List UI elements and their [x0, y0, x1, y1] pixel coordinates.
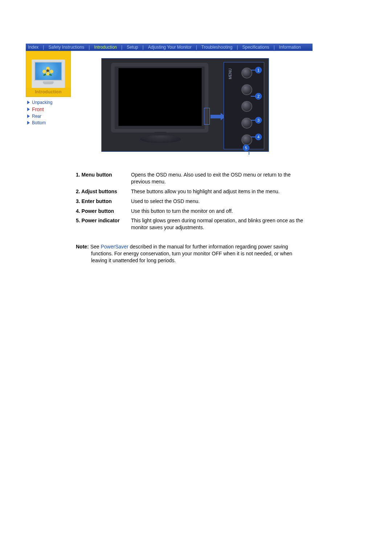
nav-setup[interactable]: Setup — [124, 45, 140, 50]
nav-separator: | — [194, 45, 199, 50]
callout-2: 2 — [255, 93, 262, 100]
sidebar-item-front[interactable]: Front — [27, 106, 72, 113]
sidebar-item-unpacking[interactable]: Unpacking — [27, 99, 72, 106]
adjust-down-button-graphic — [241, 101, 252, 112]
callout-5: 5 — [243, 145, 249, 151]
note-post1: described in the manual for further info… — [128, 244, 288, 250]
menu-button-graphic — [241, 68, 252, 78]
callout-4: 4 — [255, 134, 262, 140]
note-label: Note: — [76, 244, 89, 250]
definition-desc: Use this button to turn the monitor on a… — [131, 208, 308, 215]
flower-icon — [43, 68, 53, 75]
definition-term: 1. Menu button — [76, 171, 131, 185]
monitor-thumbnail — [32, 60, 65, 88]
callout-3: 3 — [255, 117, 262, 123]
definition-list: 1. Menu buttonOpens the OSD menu. Also u… — [76, 170, 308, 232]
definition-term: 4. Power button — [76, 208, 131, 215]
definition-desc: Opens the OSD menu. Also used to exit th… — [131, 171, 308, 185]
sidebar-item-bottom[interactable]: Bottom — [27, 119, 72, 126]
nav-introduction[interactable]: Introduction — [92, 45, 119, 50]
sidebar-section-label: Introduction — [26, 88, 70, 97]
main-content: MENU 1 2 3 4 5 1. Menu buttonOpens the O… — [76, 51, 315, 264]
definition-desc: These buttons allow you to highlight and… — [131, 188, 308, 195]
nav-specifications[interactable]: Specifications — [240, 45, 271, 50]
definition-row: 2. Adjust buttonsThese buttons allow you… — [76, 187, 308, 197]
note-block: Note: See PowerSaver described in the ma… — [76, 243, 308, 264]
nav-separator: | — [119, 45, 124, 50]
sidebar-link[interactable]: Unpacking — [32, 100, 53, 105]
monitor-front-illustration: MENU 1 2 3 4 5 — [101, 58, 269, 152]
definition-row: 1. Menu buttonOpens the OSD menu. Also u… — [76, 170, 308, 187]
nav-separator: | — [86, 45, 92, 50]
definition-desc: This light glows green during normal ope… — [131, 217, 308, 231]
nav-separator: | — [140, 45, 146, 50]
enter-button-graphic — [241, 118, 252, 129]
monitor-graphic — [111, 63, 213, 145]
definition-term: 5. Power indicator — [76, 217, 131, 231]
sidebar: Introduction UnpackingFrontRearBottom — [26, 51, 72, 264]
nav-separator: | — [234, 45, 240, 50]
arrow-icon — [27, 121, 30, 125]
note-pre: See — [90, 244, 101, 250]
definition-desc: Used to select the OSD menu. — [131, 198, 308, 205]
callout-1: 1 — [255, 67, 262, 73]
definition-term: 2. Adjust buttons — [76, 188, 131, 195]
sidebar-links: UnpackingFrontRearBottom — [26, 97, 72, 126]
nav-index[interactable]: Index — [26, 45, 41, 50]
note-line2: functions. For energy conservation, turn… — [91, 251, 292, 256]
nav-troubleshooting[interactable]: Troubleshooting — [199, 45, 235, 50]
arrow-icon — [27, 108, 30, 111]
sidebar-link[interactable]: Bottom — [32, 120, 46, 125]
nav-adjusting-your-monitor[interactable]: Adjusting Your Monitor — [146, 45, 194, 50]
sidebar-item-rear[interactable]: Rear — [27, 113, 72, 119]
note-line3: leaving it unattended for long periods. — [91, 258, 176, 263]
nav-separator: | — [41, 45, 46, 50]
sidebar-link[interactable]: Front — [32, 106, 44, 112]
arrow-icon — [27, 114, 30, 118]
nav-separator: | — [271, 45, 277, 50]
sidebar-link[interactable]: Rear — [32, 114, 41, 119]
sidebar-hero: Introduction — [26, 51, 71, 97]
nav-safety-instructions[interactable]: Safety Instructions — [46, 45, 86, 50]
menu-label: MENU — [228, 69, 232, 79]
arrow-icon — [27, 101, 30, 104]
definition-row: 5. Power indicatorThis light glows green… — [76, 216, 308, 232]
power-button-graphic — [241, 134, 252, 145]
definition-row: 4. Power buttonUse this button to turn t… — [76, 206, 308, 216]
powersaver-link[interactable]: PowerSaver — [101, 244, 128, 250]
definition-row: 3. Enter buttonUsed to select the OSD me… — [76, 197, 308, 206]
top-nav: Index|Safety Instructions|Introduction|S… — [26, 44, 313, 51]
nav-information[interactable]: Information — [277, 45, 303, 50]
adjust-up-button-graphic — [241, 84, 252, 95]
button-panel: MENU 1 2 3 4 5 — [224, 62, 264, 149]
definition-term: 3. Enter button — [76, 198, 131, 205]
